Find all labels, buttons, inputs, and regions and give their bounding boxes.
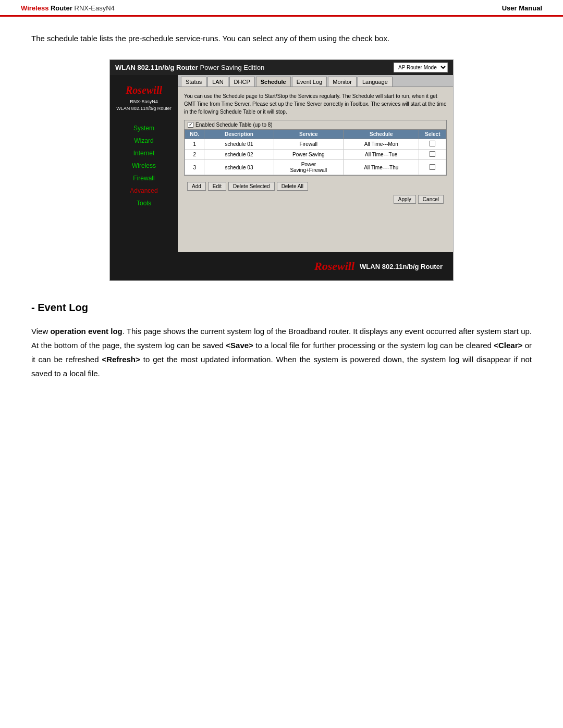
router-logo: Rosewill RNX-EasyN4 WLAN 802.11n/b/g Rou… xyxy=(110,80,178,118)
tab-language[interactable]: Language xyxy=(358,77,393,87)
tab-dhcp[interactable]: DHCP xyxy=(229,77,255,87)
sidebar-item-system[interactable]: System xyxy=(110,122,178,134)
sidebar-item-wireless[interactable]: Wireless xyxy=(110,159,178,172)
sidebar-item-firewall[interactable]: Firewall xyxy=(110,172,178,184)
row2-checkbox[interactable] xyxy=(430,151,435,157)
refresh-ref: <Refresh> xyxy=(102,355,140,364)
router-ui-screenshot: WLAN 802.11n/b/g Router Power Saving Edi… xyxy=(109,59,454,281)
cancel-button[interactable]: Cancel xyxy=(418,195,444,204)
footer-rosewill-logo: Rosewill xyxy=(314,260,354,273)
mode-dropdown[interactable]: AP Router Mode xyxy=(394,63,448,72)
cell-service: PowerSaving+Firewall xyxy=(274,160,343,175)
cell-description: schedule 01 xyxy=(204,139,274,150)
row1-checkbox[interactable] xyxy=(430,141,435,146)
sidebar-item-wizard[interactable]: Wizard xyxy=(110,134,178,147)
router-description: You can use the Schedule page to Start/S… xyxy=(184,92,447,116)
col-header-no: NO. xyxy=(185,130,204,139)
col-header-description: Description xyxy=(204,130,274,139)
schedule-enabled-row: Enabled Schedule Table (up to 8) xyxy=(185,120,446,129)
cell-select[interactable] xyxy=(419,150,446,160)
table-row: 3 schedule 03 PowerSaving+Firewall All T… xyxy=(185,160,446,175)
sidebar-item-advanced[interactable]: Advanced xyxy=(110,184,178,197)
save-ref: <Save> xyxy=(226,341,253,350)
event-log-paragraph: View operation event log. This page show… xyxy=(31,324,532,380)
delete-all-button[interactable]: Delete All xyxy=(277,182,308,191)
router-footer: Rosewill WLAN 802.11n/b/g Router xyxy=(110,252,453,280)
apply-cancel-row: Apply Cancel xyxy=(184,193,447,206)
router-nav-tabs: Status LAN DHCP Schedule Event Log Monit… xyxy=(178,75,453,87)
cell-schedule: All Time---Tue xyxy=(344,150,419,160)
rosewill-logo: Rosewill xyxy=(115,84,173,96)
event-log-heading: - Event Log xyxy=(31,302,532,314)
tab-event-log[interactable]: Event Log xyxy=(292,77,327,87)
cell-schedule: All Time----Thu xyxy=(344,160,419,175)
table-row: 1 schedule 01 Firewall All Time---Mon xyxy=(185,139,446,150)
header-wireless: Wireless xyxy=(21,4,48,12)
col-header-service: Service xyxy=(274,130,343,139)
router-ui-body: Rosewill RNX-EasyN4 WLAN 802.11n/b/g Rou… xyxy=(110,75,453,252)
router-content: You can use the Schedule page to Start/S… xyxy=(178,87,453,211)
cell-select[interactable] xyxy=(419,160,446,175)
tab-schedule[interactable]: Schedule xyxy=(256,77,291,87)
cell-service: Firewall xyxy=(274,139,343,150)
router-ui-title: WLAN 802.11n/b/g Router Power Saving Edi… xyxy=(115,64,264,71)
col-header-schedule: Schedule xyxy=(344,130,419,139)
apply-button[interactable]: Apply xyxy=(394,195,416,204)
router-ui-header: WLAN 802.11n/b/g Router Power Saving Edi… xyxy=(110,60,453,75)
router-main: Status LAN DHCP Schedule Event Log Monit… xyxy=(178,75,453,252)
cell-no: 3 xyxy=(185,160,204,175)
sidebar-item-internet[interactable]: Internet xyxy=(110,147,178,159)
header-model: RNX-EasyN4 xyxy=(75,4,115,12)
clear-ref: <Clear> xyxy=(494,341,522,350)
cell-schedule: All Time---Mon xyxy=(344,139,419,150)
schedule-enabled-label: Enabled Schedule Table (up to 8) xyxy=(195,122,273,128)
edit-button[interactable]: Edit xyxy=(208,182,226,191)
tab-status[interactable]: Status xyxy=(181,77,206,87)
cell-description: schedule 02 xyxy=(204,150,274,160)
schedule-enabled-checkbox[interactable] xyxy=(188,122,193,128)
page-body: The schedule table lists the pre-schedul… xyxy=(0,17,563,396)
tab-lan[interactable]: LAN xyxy=(207,77,228,87)
cell-select[interactable] xyxy=(419,139,446,150)
header-router: Router xyxy=(51,4,75,12)
sidebar-item-tools[interactable]: Tools xyxy=(110,197,178,209)
router-model: RNX-EasyN4 WLAN 802.11n/b/g Router xyxy=(115,98,173,112)
cell-no: 1 xyxy=(185,139,204,150)
schedule-table: NO. Description Service Schedule Select … xyxy=(185,129,446,175)
add-button[interactable]: Add xyxy=(187,182,206,191)
schedule-table-container: Enabled Schedule Table (up to 8) NO. Des… xyxy=(184,120,447,176)
row3-checkbox[interactable] xyxy=(430,164,435,170)
table-row: 2 schedule 02 Power Saving All Time---Tu… xyxy=(185,150,446,160)
table-actions: Add Edit Delete Selected Delete All xyxy=(184,180,447,193)
tab-monitor[interactable]: Monitor xyxy=(328,77,357,87)
event-log-bold-1: operation event log xyxy=(50,327,122,336)
intro-paragraph: The schedule table lists the pre-schedul… xyxy=(31,32,532,45)
header-left: Wireless Router RNX-EasyN4 xyxy=(21,4,115,12)
footer-model: WLAN 802.11n/b/g Router xyxy=(360,263,443,270)
cell-description: schedule 03 xyxy=(204,160,274,175)
page-header: Wireless Router RNX-EasyN4 User Manual xyxy=(0,0,563,17)
col-header-select: Select xyxy=(419,130,446,139)
router-sidebar: Rosewill RNX-EasyN4 WLAN 802.11n/b/g Rou… xyxy=(110,75,178,252)
sidebar-nav: System Wizard Internet Wireless Firewall… xyxy=(110,122,178,209)
cell-service: Power Saving xyxy=(274,150,343,160)
delete-selected-button[interactable]: Delete Selected xyxy=(228,182,275,191)
cell-no: 2 xyxy=(185,150,204,160)
header-right: User Manual xyxy=(502,4,542,12)
router-title-text: WLAN 802.11n/b/g Router Power Saving Edi… xyxy=(115,64,264,71)
